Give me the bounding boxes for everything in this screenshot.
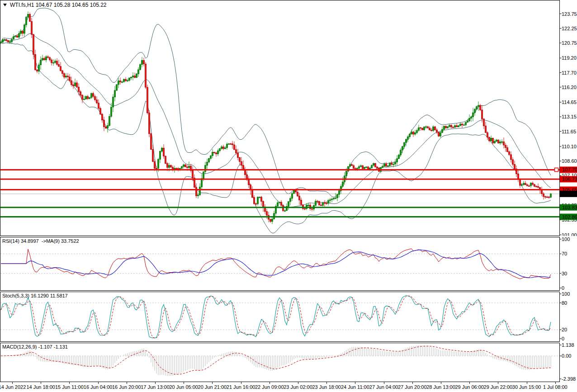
candle-body (160, 151, 161, 159)
candle-body (422, 128, 423, 130)
rsi-axis-label: 30 (562, 271, 567, 276)
candle-body (534, 184, 535, 186)
candle-body (474, 109, 476, 113)
stoch-axis-label: 20 (562, 327, 567, 332)
time-axis-tick (298, 382, 298, 384)
candle-body (447, 127, 449, 128)
candle-body (431, 130, 432, 131)
time-axis[interactable]: 14 Jun 202214 Jun 18:0015 Jun 11:0016 Ju… (0, 382, 577, 392)
candle-body (189, 166, 190, 168)
candle-body (471, 117, 472, 118)
candle-body (339, 191, 340, 194)
candle-body (29, 14, 31, 22)
candle-body (293, 191, 295, 194)
candle-body (156, 168, 157, 169)
candle-body (140, 65, 141, 70)
candle-body (261, 197, 262, 202)
time-axis-tick (498, 382, 498, 384)
candle-body (411, 132, 412, 134)
panel-border (0, 292, 560, 342)
price-axis-label: 108.60 (562, 158, 577, 164)
candle-body (454, 126, 456, 128)
candle-body (331, 199, 333, 200)
macd-canvas[interactable]: 1.1380.00-2.398 (0, 343, 577, 382)
main-chart-panel[interactable]: 123.75122.25120.75119.20117.70116.20114.… (0, 0, 577, 236)
candle-body (114, 90, 116, 97)
candle-body (257, 197, 259, 204)
time-axis-label: 22 Jun 09:00 (255, 384, 284, 390)
stochastic-indicator-panel[interactable]: 10080200 Stoch(5,3,3) 16.1290 11.5817 (0, 292, 577, 342)
candle-body (451, 125, 452, 127)
candle-body (98, 103, 99, 109)
time-axis-tick (98, 382, 99, 384)
candle-body (299, 196, 300, 200)
candle-body (458, 126, 459, 127)
candle-body (51, 60, 52, 63)
candle-body (64, 74, 65, 77)
stoch-axis-label: 0 (562, 336, 564, 341)
candle-body (15, 36, 16, 37)
candle-body (511, 155, 512, 160)
stoch-axis-label: 80 (562, 300, 567, 306)
candle-body (225, 148, 226, 149)
candle-body (71, 80, 72, 85)
candle-body (232, 144, 233, 145)
time-axis-label: 23 Jun 02:00 (284, 384, 312, 390)
bollinger-upper-band (1, 8, 551, 197)
candle-body (480, 105, 481, 110)
time-axis-tick (212, 382, 213, 384)
candle-body (136, 74, 137, 77)
candle-body (82, 95, 83, 99)
candle-body (31, 21, 33, 34)
candle-body (212, 152, 213, 156)
candle-body (304, 208, 306, 209)
rsi-indicator-panel[interactable]: 10070300 RSI(14) 34.8997 ->MA(9) 33.7522 (0, 237, 577, 291)
candle-body (409, 134, 411, 137)
candle-body (424, 127, 425, 130)
candle-body (78, 87, 80, 91)
candle-body (102, 114, 103, 120)
time-axis-tick (527, 382, 527, 384)
candle-body (6, 39, 7, 40)
candle-body (427, 127, 429, 128)
candle-body (487, 132, 488, 137)
candle-body (476, 107, 478, 109)
candle-body (248, 179, 250, 185)
candle-body (496, 140, 497, 142)
price-axis-label: 101.00 (562, 232, 577, 236)
rsi-canvas[interactable]: 10070300 (0, 237, 577, 291)
price-axis-label: 117.70 (562, 70, 577, 76)
candle-body (465, 122, 467, 125)
candle-body (145, 64, 147, 87)
candle-body (152, 150, 154, 162)
candle-body (543, 194, 544, 196)
candle-body (523, 183, 525, 184)
hline-drag-handle[interactable] (555, 168, 558, 171)
price-axis-label: 119.20 (562, 55, 577, 61)
symbol-dropdown-icon[interactable] (3, 4, 7, 6)
candle-body (525, 183, 526, 184)
candle-body (418, 128, 420, 130)
candle-body (442, 129, 443, 132)
candle-body (312, 209, 313, 209)
candle-body (297, 192, 298, 196)
time-axis-label: 1 Jul 08:00 (543, 384, 568, 390)
candle-body (402, 146, 403, 150)
candle-body (44, 58, 45, 60)
candle-body (445, 126, 447, 128)
candle-body (80, 92, 81, 95)
time-axis-tick (12, 382, 13, 384)
candle-body (494, 141, 496, 143)
candle-body (406, 139, 407, 142)
candle-body (538, 186, 539, 187)
candle-body (521, 184, 523, 185)
macd-indicator-panel[interactable]: 1.1380.00-2.398 MACD(12,26,9) -1.107 -1.… (0, 343, 577, 382)
main-chart-canvas[interactable]: 123.75122.25120.75119.20117.70116.20114.… (0, 0, 577, 236)
candle-body (138, 70, 139, 74)
stochastic-canvas[interactable]: 10080200 (0, 292, 577, 342)
candle-body (520, 179, 521, 185)
time-axis-label: 21 Jun 16:00 (227, 384, 255, 390)
candle-body (346, 171, 347, 176)
time-axis-tick (469, 382, 470, 384)
candle-body (4, 39, 5, 40)
